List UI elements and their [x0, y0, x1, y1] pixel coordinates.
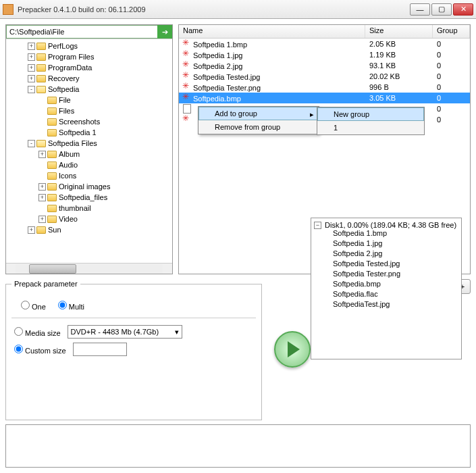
tree-toggle[interactable]: +: [38, 183, 46, 191]
params-legend: Prepack parameter: [11, 280, 80, 288]
combo-value: DVD+R - 4483 Mb (4.7Gb): [71, 328, 159, 336]
tree-toggle[interactable]: +: [38, 151, 46, 158]
maximize-button[interactable]: ▢: [431, 3, 452, 16]
radio-custom-size[interactable]: Custom size: [14, 345, 66, 355]
folder-tree[interactable]: +PerfLogs+Program Files+ProgramData+Reco…: [6, 39, 172, 263]
tree-node[interactable]: File: [6, 95, 172, 105]
tree-node[interactable]: +Softpedia_files: [6, 192, 172, 203]
file-size: 3.05 KB: [365, 94, 433, 102]
file-group: 0: [433, 105, 470, 113]
file-size: 2.05 KB: [365, 40, 433, 48]
tree-label: Video: [59, 215, 78, 223]
tree-node[interactable]: +Album: [6, 149, 172, 159]
tree-node[interactable]: Icons: [6, 170, 172, 181]
tree-label: Program Files: [48, 53, 94, 61]
tree-toggle[interactable]: +: [38, 216, 46, 223]
tree-label: Audio: [59, 161, 78, 169]
submenu[interactable]: New group 1: [317, 107, 425, 135]
table-row[interactable]: Softpedia 1.bmp2.05 KB0: [179, 39, 470, 49]
disk-toggle[interactable]: −: [314, 222, 321, 229]
bug-icon: [183, 39, 191, 47]
path-input[interactable]: [6, 25, 157, 39]
tree-node[interactable]: Audio: [6, 159, 172, 170]
disk-item[interactable]: Softpedia 1.bmp: [333, 229, 458, 239]
tree-toggle[interactable]: +: [28, 75, 35, 82]
tree-node[interactable]: -Softpedia: [6, 84, 172, 95]
bug-icon: [183, 50, 191, 58]
disk-item[interactable]: Softpedia 1.jpg: [333, 239, 458, 249]
disk-item[interactable]: Softpedia.bmp: [333, 280, 458, 290]
menu-add-to-group[interactable]: Add to group ▸ New group 1: [199, 107, 319, 120]
window-title: Prepacker 0.4.1.0 build on: 06.11.2009: [18, 5, 410, 14]
minimize-button[interactable]: —: [410, 3, 430, 16]
tree-label: Screenshots: [59, 118, 100, 126]
table-row[interactable]: Softpedia 2.jpg93.1 KB0: [179, 60, 470, 71]
file-group: 0: [433, 83, 470, 91]
disk-item[interactable]: Softpedia 2.jpg: [333, 249, 458, 259]
folder-icon: [36, 64, 46, 72]
file-size: 20.02 KB: [365, 72, 433, 80]
submenu-new-group[interactable]: New group: [317, 107, 424, 121]
table-row[interactable]: Softpedia Tester.png996 B0: [179, 82, 470, 93]
folder-tree-panel: ➔ +PerfLogs+Program Files+ProgramData+Re…: [5, 24, 173, 274]
radio-multi[interactable]: Multi: [58, 301, 84, 311]
tree-node[interactable]: -Softpedia Files: [6, 138, 172, 149]
tree-toggle[interactable]: +: [38, 194, 46, 201]
go-button[interactable]: ➔: [157, 25, 172, 39]
table-row[interactable]: Softpedia.bmp3.05 KB0: [179, 93, 470, 103]
radio-media-size[interactable]: Media size: [14, 327, 61, 337]
submenu-group-1[interactable]: 1: [317, 121, 424, 134]
col-size[interactable]: Size: [365, 25, 433, 38]
tree-toggle[interactable]: +: [28, 43, 35, 50]
disk-item[interactable]: Softpedia.flac: [333, 290, 458, 300]
tree-node[interactable]: +Program Files: [6, 51, 172, 62]
tree-node[interactable]: +Recovery: [6, 73, 172, 84]
tree-toggle[interactable]: -: [28, 140, 35, 147]
folder-icon: [47, 194, 57, 201]
tree-scrollbar[interactable]: [6, 263, 172, 274]
tree-node[interactable]: Files: [6, 105, 172, 116]
run-button[interactable]: [274, 331, 311, 368]
table-row[interactable]: Softpedia 1.jpg1.19 KB0: [179, 49, 470, 60]
tree-label: PerfLogs: [48, 42, 78, 50]
radio-one[interactable]: One: [21, 301, 46, 311]
bug-icon: [183, 93, 191, 101]
file-name: Softpedia 2.jpg: [193, 62, 242, 70]
tree-toggle[interactable]: +: [28, 226, 35, 234]
media-size-combo[interactable]: DVD+R - 4483 Mb (4.7Gb) ▾: [68, 325, 182, 339]
tree-node[interactable]: +Original images: [6, 181, 172, 192]
tree-node[interactable]: +PerfLogs: [6, 41, 172, 51]
close-button[interactable]: ✕: [453, 3, 473, 16]
submenu-arrow-icon: ▸: [310, 110, 314, 119]
tree-node[interactable]: +Sun: [6, 224, 172, 235]
col-group[interactable]: Group: [433, 25, 470, 38]
file-name: Softpedia Tester.png: [193, 84, 261, 92]
disk-panel: − Disk1, 0.00% (189.04 KB; 4.38 GB free)…: [311, 218, 462, 359]
tree-node[interactable]: +ProgramData: [6, 62, 172, 73]
tree-label: File: [59, 96, 71, 104]
tree-node[interactable]: Softpedia 1: [6, 127, 172, 138]
tree-node[interactable]: thumbnail: [6, 203, 172, 214]
tree-toggle[interactable]: +: [28, 64, 35, 72]
disk-item[interactable]: Softpedia Tester.png: [333, 270, 458, 280]
disk-header: Disk1, 0.00% (189.04 KB; 4.38 GB free): [325, 221, 456, 229]
tree-node[interactable]: Screenshots: [6, 116, 172, 127]
folder-icon: [47, 151, 57, 158]
tree-label: Original images: [59, 182, 110, 191]
col-name[interactable]: Name: [179, 25, 365, 38]
file-group: 0: [433, 116, 470, 124]
tree-toggle[interactable]: -: [28, 86, 35, 93]
titlebar: Prepacker 0.4.1.0 build on: 06.11.2009 —…: [0, 0, 476, 19]
file-name: Softpedia 1.bmp: [193, 41, 247, 49]
disk-item[interactable]: Softpedia Tested.jpg: [333, 259, 458, 270]
tree-toggle[interactable]: +: [28, 53, 35, 61]
menu-remove-from-group[interactable]: Remove from group: [199, 120, 319, 134]
context-menu[interactable]: Add to group ▸ New group 1 Remove from g…: [198, 106, 319, 134]
tree-label: ProgramData: [48, 64, 92, 72]
disk-item[interactable]: SoftpediaTest.jpg: [333, 300, 458, 310]
tree-node[interactable]: +Video: [6, 214, 172, 224]
folder-icon: [36, 226, 46, 234]
table-row[interactable]: Softpedia Tested.jpg20.02 KB0: [179, 71, 470, 82]
tree-label: Recovery: [48, 74, 79, 82]
custom-size-input[interactable]: [73, 343, 127, 356]
